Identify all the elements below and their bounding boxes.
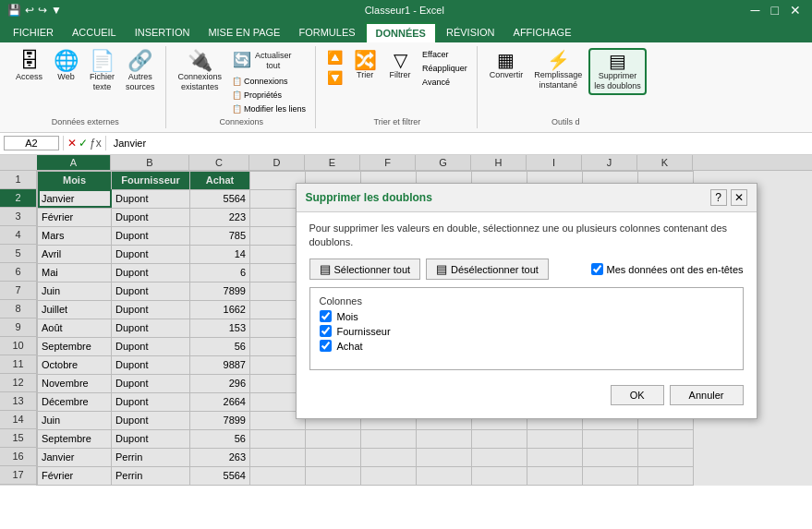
cell-C3[interactable]: 223 [190,208,250,226]
cell-B16[interactable]: Perrin [112,448,190,466]
cell-C8[interactable]: 1662 [190,300,250,319]
dialog-close-btn[interactable]: ✕ [731,189,747,206]
cell-A4[interactable]: Mars [38,226,112,245]
window-controls[interactable]: ─ □ ✕ [747,3,805,18]
convertir-btn[interactable]: ▦ Convertir [485,48,528,83]
tab-affichage[interactable]: AFFICHAGE [504,22,581,42]
tab-mise-en-page[interactable]: MISE EN PAGE [199,22,289,42]
avance-btn[interactable]: Avancé [418,76,471,89]
tab-accueil[interactable]: ACCUEIL [63,22,126,42]
supprimer-doublons-btn[interactable]: ▤ Supprimerles doublons [588,48,647,95]
cell-C1[interactable]: Achat [190,171,250,189]
tab-donnees[interactable]: DONNÉES [365,22,437,42]
column-mois-checkbox[interactable] [320,310,332,322]
remplissage-instantane-btn[interactable]: ⚡ Remplissageinstantané [529,48,587,93]
cell-B12[interactable]: Dupont [112,374,190,392]
actualiser-tout-button[interactable]: 🔄 Actualisertout [228,48,309,74]
select-all-button[interactable]: ▤ Sélectionner tout [309,258,421,280]
cell-A6[interactable]: Mai [38,263,112,282]
cell-B13[interactable]: Dupont [112,392,190,411]
cell-A2[interactable]: Janvier [38,189,112,208]
cancel-formula-icon[interactable]: ✕ [67,137,77,150]
undo-icon[interactable]: ↩ [25,4,34,17]
confirm-formula-icon[interactable]: ✓ [79,137,88,150]
cell-B6[interactable]: Dupont [112,263,190,282]
cell-A5[interactable]: Avril [38,245,112,263]
trier-btn[interactable]: 🔀 Trier [348,48,382,83]
reappliquer-btn[interactable]: Réappliquer [418,62,471,75]
headers-checkbox[interactable] [591,263,603,275]
headers-checkbox-label[interactable]: Mes données ont des en-têtes [591,263,744,275]
cell-A1[interactable]: Mois [38,171,112,189]
save-icon[interactable]: 💾 [7,4,21,17]
ok-button[interactable]: OK [611,385,664,405]
cell-C14[interactable]: 7899 [190,411,250,429]
access-button[interactable]: 🗄 Access [11,48,47,85]
trier-za-btn[interactable]: 🔽 [323,68,346,87]
name-box[interactable] [4,136,59,150]
cell-C13[interactable]: 2664 [190,392,250,411]
cell-C17[interactable]: 5564 [190,466,250,485]
cell-C10[interactable]: 56 [190,337,250,355]
cell-B10[interactable]: Dupont [112,337,190,355]
cell-C11[interactable]: 9887 [190,355,250,374]
cell-A10[interactable]: Septembre [38,337,112,355]
cell-C12[interactable]: 296 [190,374,250,392]
cell-B4[interactable]: Dupont [112,226,190,245]
cell-B15[interactable]: Dupont [112,429,190,448]
cell-A13[interactable]: Décembre [38,392,112,411]
cell-A11[interactable]: Octobre [38,355,112,374]
cell-C2[interactable]: 5564 [190,189,250,208]
modifier-liens-btn[interactable]: 📋 Modifier les liens [228,102,309,115]
cell-B11[interactable]: Dupont [112,355,190,374]
cell-B17[interactable]: Perrin [112,466,190,485]
trier-az-btn[interactable]: 🔼 [323,48,346,66]
cell-A7[interactable]: Juin [38,282,112,300]
autres-sources-button[interactable]: 🔗 Autressources [121,48,160,95]
cell-C6[interactable]: 6 [190,263,250,282]
cell-A8[interactable]: Juillet [38,300,112,319]
cell-B3[interactable]: Dupont [112,208,190,226]
cell-A12[interactable]: Novembre [38,374,112,392]
cell-C9[interactable]: 153 [190,319,250,337]
cell-B9[interactable]: Dupont [112,319,190,337]
cell-A17[interactable]: Février [38,466,112,485]
cell-A14[interactable]: Juin [38,411,112,429]
cell-A16[interactable]: Janvier [38,448,112,466]
dialog-help-btn[interactable]: ? [710,189,727,206]
cell-C15[interactable]: 56 [190,429,250,448]
cell-B2[interactable]: Dupont [112,189,190,208]
maximize-icon[interactable]: □ [768,3,782,18]
cancel-button[interactable]: Annuler [670,385,744,405]
tab-revision[interactable]: RÉVISION [437,22,504,42]
minimize-icon[interactable]: ─ [747,3,764,18]
fichier-texte-button[interactable]: 📄 Fichiertexte [85,48,119,95]
cell-A15[interactable]: Septembre [38,429,112,448]
quick-access-toolbar[interactable]: 💾 ↩ ↪ ▼ [7,4,62,17]
proprietes-btn[interactable]: 📋 Propriétés [228,89,309,102]
cell-B7[interactable]: Dupont [112,282,190,300]
close-icon[interactable]: ✕ [786,3,805,18]
cell-B8[interactable]: Dupont [112,300,190,319]
web-button[interactable]: 🌐 Web [49,48,83,85]
filtrer-btn[interactable]: ▽ Filtrer [383,48,417,83]
insert-function-icon[interactable]: ƒx [90,137,102,150]
cell-A9[interactable]: Août [38,319,112,337]
cell-B14[interactable]: Dupont [112,411,190,429]
cell-C16[interactable]: 263 [190,448,250,466]
cell-C5[interactable]: 14 [190,245,250,263]
redo-icon[interactable]: ↪ [38,4,47,17]
cell-B5[interactable]: Dupont [112,245,190,263]
deselect-all-button[interactable]: ▤ Désélectionner tout [426,258,549,280]
cell-A3[interactable]: Février [38,208,112,226]
cell-B1[interactable]: Fournisseur [112,171,190,189]
quick-access-dropdown[interactable]: ▼ [51,4,62,17]
connexions-existantes-button[interactable]: 🔌 Connexionsexistantes [174,48,227,95]
column-achat-checkbox[interactable] [320,340,332,352]
tab-insertion[interactable]: INSERTION [126,22,200,42]
tab-fichier[interactable]: FICHIER [4,22,63,42]
column-fournisseur-checkbox[interactable] [320,325,332,337]
tab-formules[interactable]: FORMULES [289,22,364,42]
formula-input[interactable] [110,137,808,150]
effacer-btn[interactable]: Effacer [418,48,471,61]
